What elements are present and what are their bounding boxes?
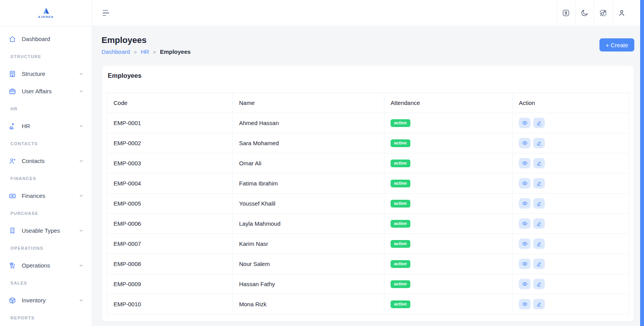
menu-toggle-button[interactable] bbox=[103, 10, 109, 16]
cell-action bbox=[513, 214, 629, 234]
edit-button[interactable] bbox=[533, 178, 545, 189]
eye-icon bbox=[522, 301, 528, 307]
table-row: EMP-0004 Fatima Ibrahim active bbox=[107, 173, 629, 194]
breadcrumb-separator: » bbox=[134, 49, 137, 55]
moon-button[interactable] bbox=[575, 0, 594, 26]
table-row: EMP-0007 Karim Nasr active bbox=[107, 234, 629, 254]
sidebar-item-finances[interactable]: Finances bbox=[0, 187, 92, 204]
cell-attendance: active bbox=[384, 214, 513, 234]
cell-name: Sara Mohamed bbox=[233, 133, 384, 153]
chevron-down-icon bbox=[78, 123, 84, 129]
view-button[interactable] bbox=[519, 178, 530, 189]
chevron-down-icon bbox=[78, 263, 84, 268]
status-badge: active bbox=[391, 200, 410, 208]
pencil-icon bbox=[536, 281, 542, 287]
cell-code: EMP-0003 bbox=[107, 153, 233, 173]
status-badge: active bbox=[391, 260, 410, 268]
cell-name: Layla Mahmoud bbox=[233, 214, 384, 234]
edit-button[interactable] bbox=[533, 118, 545, 128]
briefcase-icon bbox=[9, 88, 16, 95]
edit-button[interactable] bbox=[533, 198, 545, 209]
card-title: Employees bbox=[108, 72, 629, 79]
eye-icon bbox=[522, 180, 528, 186]
home-icon bbox=[9, 35, 16, 43]
breadcrumb-link-hr[interactable]: HR bbox=[141, 48, 149, 55]
brand-logo[interactable]: AJENDA bbox=[0, 0, 92, 26]
edit-button[interactable] bbox=[533, 299, 545, 309]
eye-icon bbox=[522, 221, 528, 226]
eye-icon bbox=[522, 140, 528, 146]
brand-triangle-icon bbox=[41, 7, 51, 14]
cell-code: EMP-0010 bbox=[107, 294, 233, 314]
sidebar-item-structure[interactable]: Structure bbox=[0, 65, 92, 82]
cell-name: Youssef Khalil bbox=[233, 194, 384, 214]
eye-icon bbox=[522, 241, 528, 247]
cell-attendance: active bbox=[384, 294, 513, 314]
cell-attendance: active bbox=[384, 194, 513, 214]
create-button[interactable]: + Create bbox=[599, 38, 634, 51]
topbar bbox=[92, 0, 644, 26]
cell-code: EMP-0009 bbox=[107, 274, 233, 294]
sidebar: AJENDA Dashboard STRUCTURE Structure Use… bbox=[0, 0, 92, 326]
sidebar-item-user-affairs[interactable]: User Affairs bbox=[0, 82, 92, 100]
table-row: EMP-0003 Omar Ali active bbox=[107, 153, 629, 173]
view-button[interactable] bbox=[519, 259, 530, 269]
view-button[interactable] bbox=[519, 238, 530, 249]
cell-name: Ahmed Hassan bbox=[233, 113, 384, 133]
view-button[interactable] bbox=[519, 118, 530, 128]
edit-button[interactable] bbox=[533, 218, 545, 229]
scrollbar[interactable] bbox=[640, 0, 644, 326]
status-badge: active bbox=[391, 180, 410, 187]
status-badge: active bbox=[391, 119, 410, 127]
edit-button[interactable] bbox=[533, 259, 545, 269]
chevron-down-icon bbox=[78, 71, 84, 77]
sidebar-item-contacts[interactable]: Contacts bbox=[0, 152, 92, 170]
user-button[interactable] bbox=[612, 0, 631, 26]
banknote-icon bbox=[9, 192, 16, 200]
sidebar-item-hr[interactable]: HR bbox=[0, 117, 92, 135]
box-icon bbox=[9, 297, 16, 304]
view-button[interactable] bbox=[519, 279, 530, 289]
view-button[interactable] bbox=[519, 138, 530, 148]
eye-icon bbox=[522, 201, 528, 206]
view-button[interactable] bbox=[519, 299, 530, 309]
pencil-icon bbox=[536, 180, 542, 186]
eye-icon bbox=[522, 261, 528, 267]
eye-icon bbox=[522, 281, 528, 287]
view-button[interactable] bbox=[519, 218, 530, 229]
cell-action bbox=[513, 113, 629, 133]
column-header-code: Code bbox=[107, 93, 233, 113]
sidebar-item-useable-types[interactable]: Useable Types bbox=[0, 222, 92, 239]
chevron-down-icon bbox=[78, 297, 84, 303]
edit-button[interactable] bbox=[533, 138, 545, 148]
table-row: EMP-0005 Youssef Khalil active bbox=[107, 194, 629, 214]
edit-button[interactable] bbox=[533, 279, 545, 289]
pencil-icon bbox=[536, 140, 542, 146]
breadcrumb-link-dashboard[interactable]: Dashboard bbox=[102, 48, 130, 55]
translate-button[interactable] bbox=[556, 0, 575, 26]
view-button[interactable] bbox=[519, 158, 530, 168]
pencil-icon bbox=[536, 160, 542, 166]
cell-attendance: active bbox=[384, 234, 513, 254]
sidebar-item-inventory[interactable]: Inventory bbox=[0, 292, 92, 309]
main-area: Employees Dashboard » HR » Employees + C… bbox=[92, 0, 644, 326]
edit-button[interactable] bbox=[533, 158, 545, 168]
sidebar-section-label: REPORTS bbox=[0, 309, 92, 326]
edit-button[interactable] bbox=[533, 238, 545, 249]
expand-button[interactable] bbox=[594, 0, 612, 26]
chevron-down-icon bbox=[78, 158, 84, 164]
sidebar-item-dashboard[interactable]: Dashboard bbox=[0, 30, 92, 48]
sidebar-section-label: OPERATIONS bbox=[0, 239, 92, 257]
cell-code: EMP-0006 bbox=[107, 214, 233, 234]
cell-code: EMP-0001 bbox=[107, 113, 233, 133]
sidebar-section-label: FINANCES bbox=[0, 170, 92, 187]
cell-name: Fatima Ibrahim bbox=[233, 173, 384, 194]
breadcrumb-separator: » bbox=[153, 49, 156, 55]
pencil-icon bbox=[536, 120, 542, 126]
column-header-name: Name bbox=[233, 93, 384, 113]
cell-action bbox=[513, 254, 629, 274]
breadcrumb-current: Employees bbox=[160, 48, 191, 55]
sidebar-item-operations[interactable]: Operations bbox=[0, 257, 92, 274]
view-button[interactable] bbox=[519, 198, 530, 209]
cell-code: EMP-0004 bbox=[107, 173, 233, 194]
